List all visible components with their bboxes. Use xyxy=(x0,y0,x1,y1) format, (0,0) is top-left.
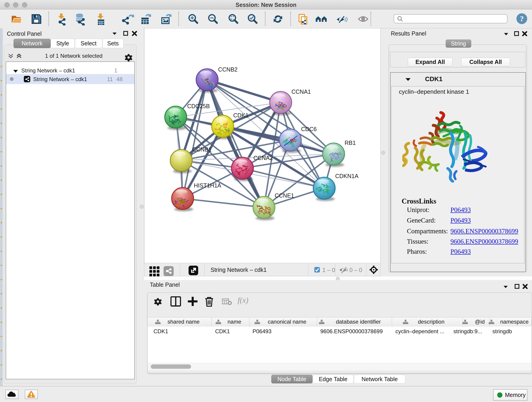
svg-text:RB1: RB1 xyxy=(345,140,356,146)
svg-text:CCNA2: CCNA2 xyxy=(253,155,273,161)
svg-text:CDK1: CDK1 xyxy=(233,112,249,119)
svg-text:CCNB1: CCNB1 xyxy=(192,146,212,153)
svg-text:HIST1H1A: HIST1H1A xyxy=(194,182,221,189)
svg-text:CDC6: CDC6 xyxy=(301,126,317,132)
svg-text:CCNB2: CCNB2 xyxy=(218,66,238,73)
svg-text:CCNA1: CCNA1 xyxy=(291,89,311,95)
svg-text:CDKN1A: CDKN1A xyxy=(335,173,359,179)
svg-text:CDC25B: CDC25B xyxy=(187,103,210,109)
svg-text:CCNE1: CCNE1 xyxy=(275,192,294,199)
